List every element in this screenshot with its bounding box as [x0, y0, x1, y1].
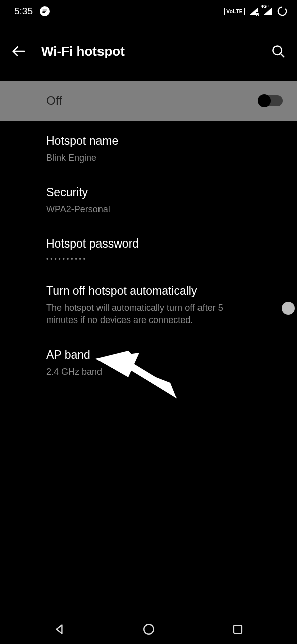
- loading-spinner-icon: [277, 6, 288, 17]
- auto-off-title: Turn off hotspot automatically: [46, 284, 253, 299]
- security-item[interactable]: Security WPA2-Personal: [46, 172, 283, 223]
- security-title: Security: [46, 185, 283, 200]
- svg-point-4: [144, 624, 154, 634]
- auto-off-desc: The hotspot will automatically turn off …: [46, 302, 237, 327]
- svg-line-3: [280, 53, 284, 57]
- hotspot-master-switch[interactable]: [259, 95, 283, 106]
- hotspot-master-toggle-row[interactable]: Off: [0, 80, 297, 121]
- status-time: 5:35: [14, 6, 33, 17]
- status-bar: 5:35 VoLTE R 4G+: [0, 0, 297, 22]
- search-icon[interactable]: [271, 44, 286, 59]
- volte-badge: VoLTE: [224, 8, 245, 15]
- settings-list: Hotspot name Blink Engine Security WPA2-…: [0, 121, 297, 386]
- hotspot-name-title: Hotspot name: [46, 134, 283, 149]
- hotspot-master-label: Off: [46, 94, 259, 108]
- nav-back-button[interactable]: [29, 617, 89, 641]
- signal-1-icon: R: [249, 7, 259, 16]
- app-bar: Wi-Fi hotspot: [0, 22, 297, 80]
- signal-2-icon: 4G+: [263, 7, 273, 16]
- nav-home-button[interactable]: [119, 617, 179, 641]
- hotspot-password-value: ••••••••••: [46, 256, 283, 263]
- page-title: Wi-Fi hotspot: [41, 44, 256, 59]
- nav-recent-button[interactable]: [208, 617, 268, 641]
- auto-off-item[interactable]: Turn off hotspot automatically The hotsp…: [46, 271, 283, 334]
- svg-point-0: [277, 6, 288, 17]
- svg-rect-5: [234, 625, 242, 633]
- navigation-bar: [0, 615, 297, 644]
- notification-icon: [40, 6, 50, 16]
- hotspot-password-title: Hotspot password: [46, 236, 283, 252]
- hotspot-name-item[interactable]: Hotspot name Blink Engine: [46, 121, 283, 172]
- security-value: WPA2-Personal: [46, 203, 283, 215]
- ap-band-value: 2.4 GHz band: [46, 366, 283, 378]
- back-icon[interactable]: [11, 44, 26, 59]
- hotspot-password-item[interactable]: Hotspot password ••••••••••: [46, 223, 283, 271]
- ap-band-item[interactable]: AP band 2.4 GHz band: [46, 335, 283, 386]
- hotspot-name-value: Blink Engine: [46, 152, 283, 164]
- ap-band-title: AP band: [46, 348, 283, 363]
